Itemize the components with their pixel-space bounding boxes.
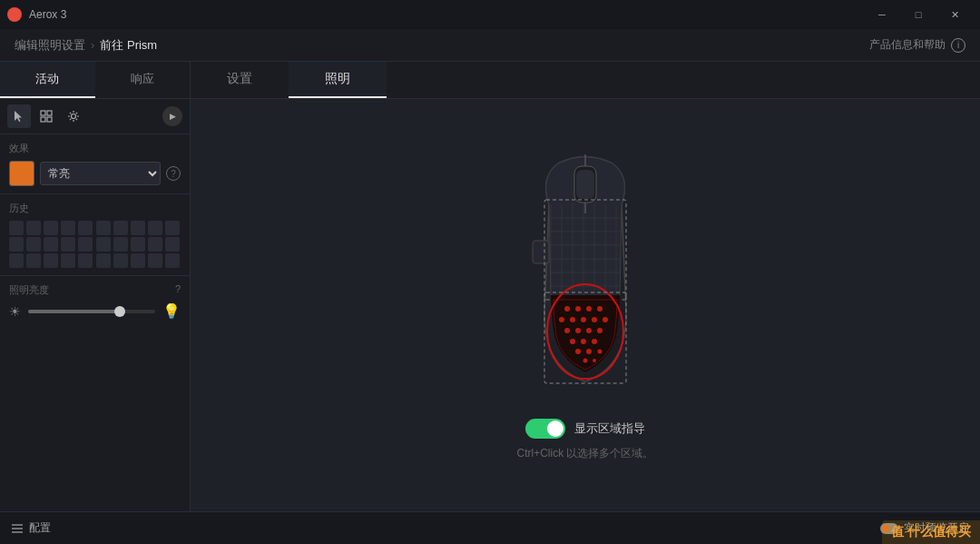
mouse-container[interactable] xyxy=(495,150,676,404)
svg-point-5 xyxy=(72,114,76,119)
region-guide-label: 显示区域指导 xyxy=(574,420,645,437)
history-color-18[interactable] xyxy=(131,237,145,252)
history-color-10[interactable] xyxy=(165,221,180,235)
maximize-button[interactable]: □ xyxy=(900,0,936,29)
history-color-13[interactable] xyxy=(44,237,58,252)
minimize-button[interactable]: ─ xyxy=(864,0,900,29)
history-section: 历史 xyxy=(0,194,190,276)
play-button[interactable]: ▶ xyxy=(162,106,182,126)
tab-activity[interactable]: 活动 xyxy=(0,62,95,98)
svg-point-34 xyxy=(575,328,581,333)
main-layout: 活动 响应 xyxy=(0,62,980,511)
history-color-15[interactable] xyxy=(78,237,93,252)
history-color-6[interactable] xyxy=(96,221,111,235)
history-color-24[interactable] xyxy=(61,253,75,268)
svg-point-37 xyxy=(570,339,575,344)
brightness-thumb[interactable] xyxy=(114,306,125,317)
history-color-3[interactable] xyxy=(44,221,58,235)
history-color-11[interactable] xyxy=(9,237,24,252)
history-color-5[interactable] xyxy=(78,221,93,235)
svg-point-31 xyxy=(592,317,597,322)
mouse-svg xyxy=(495,150,676,404)
history-color-28[interactable] xyxy=(131,253,145,268)
history-color-8[interactable] xyxy=(131,221,145,235)
tab-response[interactable]: 响应 xyxy=(95,62,191,98)
svg-rect-22 xyxy=(533,241,549,263)
svg-point-42 xyxy=(598,349,603,353)
history-color-22[interactable] xyxy=(26,253,41,268)
sidebar-tabs: 活动 响应 xyxy=(0,62,190,99)
content-tabs: 设置 照明 xyxy=(191,62,980,99)
breadcrumb-current: 前往 Prism xyxy=(100,37,157,54)
bottom-bar: 配置 实时预览开启 xyxy=(0,511,980,544)
history-color-20[interactable] xyxy=(165,237,180,252)
history-color-29[interactable] xyxy=(148,253,162,268)
titlebar-controls: ─ □ ✕ xyxy=(864,0,973,29)
cursor-icon[interactable] xyxy=(7,104,31,128)
app-icon xyxy=(7,7,22,22)
history-color-23[interactable] xyxy=(44,253,58,268)
help-link[interactable]: 产品信息和帮助 i xyxy=(869,37,965,53)
effect-section: 效果 常亮 ? xyxy=(0,134,190,194)
svg-point-29 xyxy=(570,317,575,322)
svg-point-26 xyxy=(586,306,592,312)
history-color-1[interactable] xyxy=(9,221,24,235)
brightness-low-icon: ☀ xyxy=(9,304,21,319)
effect-select[interactable]: 常亮 xyxy=(40,162,161,185)
svg-point-41 xyxy=(586,349,592,354)
tab-lighting[interactable]: 照明 xyxy=(289,62,387,98)
close-button[interactable]: ✕ xyxy=(936,0,973,29)
svg-point-25 xyxy=(575,306,581,312)
settings-icon[interactable] xyxy=(62,104,85,128)
history-color-14[interactable] xyxy=(61,237,75,252)
history-color-4[interactable] xyxy=(61,221,75,235)
svg-rect-21 xyxy=(576,170,594,199)
titlebar: Aerox 3 ─ □ ✕ xyxy=(0,0,980,29)
history-color-9[interactable] xyxy=(148,221,162,235)
svg-point-27 xyxy=(597,306,603,312)
svg-rect-4 xyxy=(47,117,52,122)
toggle-row: 显示区域指导 xyxy=(525,419,645,439)
history-color-19[interactable] xyxy=(148,237,162,252)
history-color-30[interactable] xyxy=(165,253,180,268)
region-guide-toggle[interactable] xyxy=(525,419,565,439)
brightness-track xyxy=(28,310,155,313)
svg-point-43 xyxy=(583,358,588,362)
effect-row: 常亮 ? xyxy=(9,161,181,186)
brightness-fill xyxy=(28,310,117,313)
tab-settings[interactable]: 设置 xyxy=(191,62,289,98)
color-swatch[interactable] xyxy=(9,161,34,186)
history-color-2[interactable] xyxy=(26,221,41,235)
breadcrumb: 编辑照明设置 › 前往 Prism xyxy=(15,37,157,54)
breadcrumb-link[interactable]: 编辑照明设置 xyxy=(15,37,85,54)
svg-point-38 xyxy=(581,339,586,344)
history-color-21[interactable] xyxy=(9,253,24,268)
history-color-25[interactable] xyxy=(78,253,93,268)
svg-point-35 xyxy=(586,328,592,333)
help-label: 产品信息和帮助 xyxy=(869,37,946,53)
history-color-17[interactable] xyxy=(113,237,128,252)
content-area: 设置 照明 xyxy=(191,62,980,511)
svg-point-24 xyxy=(564,306,570,312)
history-color-27[interactable] xyxy=(113,253,128,268)
brightness-slider[interactable] xyxy=(28,310,155,313)
history-color-26[interactable] xyxy=(96,253,111,268)
svg-point-36 xyxy=(597,328,603,333)
svg-point-33 xyxy=(564,328,570,333)
breadcrumb-bar: 编辑照明设置 › 前往 Prism 产品信息和帮助 i xyxy=(0,29,980,62)
hint-text: Ctrl+Click 以选择多个区域。 xyxy=(516,446,653,461)
svg-rect-3 xyxy=(41,117,45,122)
history-color-16[interactable] xyxy=(96,237,111,252)
history-label: 历史 xyxy=(9,202,181,215)
config-button[interactable]: 配置 xyxy=(11,520,51,536)
brightness-high-icon: 💡 xyxy=(162,302,181,320)
history-color-7[interactable] xyxy=(113,221,128,235)
grid-icon[interactable] xyxy=(34,104,58,128)
help-icon[interactable]: ? xyxy=(166,166,181,181)
history-color-12[interactable] xyxy=(26,237,41,252)
svg-marker-0 xyxy=(15,111,22,122)
brightness-value: ? xyxy=(175,283,181,297)
titlebar-left: Aerox 3 xyxy=(7,7,66,22)
sidebar: 活动 响应 xyxy=(0,62,191,511)
svg-point-40 xyxy=(575,349,581,354)
